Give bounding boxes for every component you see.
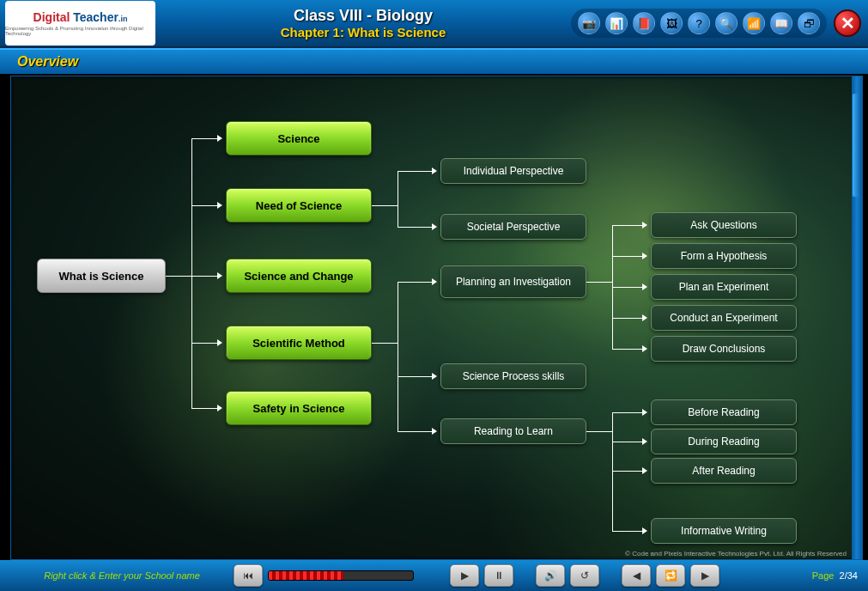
player-controls: ⏮ ▶ ⏸ 🔊 ↺ ◀ 🔁 ▶ — [234, 564, 812, 587]
node-draw-conclusions[interactable]: Draw Conclusions — [651, 336, 797, 362]
arrow-icon — [642, 438, 647, 445]
copyright-text: © Code and Pixels Interactive Technologi… — [625, 550, 847, 557]
replay-button[interactable]: ↺ — [570, 564, 599, 587]
node-before-reading[interactable]: Before Reading — [651, 399, 797, 425]
connector — [398, 227, 432, 228]
tool-search-icon[interactable]: 🔍 — [715, 12, 737, 34]
progress-bar[interactable] — [268, 570, 414, 581]
node-science-and-change[interactable]: Science and Change — [226, 259, 372, 293]
tool-image-icon[interactable]: 🖼 — [660, 12, 683, 34]
node-individual-perspective[interactable]: Individual Perspective — [440, 158, 586, 184]
node-societal-perspective[interactable]: Societal Perspective — [440, 214, 586, 240]
logo-tagline: Empowering Schools & Promoting Innovatio… — [5, 26, 155, 36]
arrow-icon — [642, 467, 647, 474]
connector — [612, 531, 642, 532]
connector — [612, 256, 642, 257]
connector — [372, 205, 398, 206]
content-area: What is Science Science Need of Science … — [10, 76, 863, 560]
connector — [398, 431, 432, 432]
pause-button[interactable]: ⏸ — [484, 564, 513, 587]
tool-help-icon[interactable]: ? — [688, 12, 710, 34]
tool-chart-icon[interactable]: 📊 — [605, 12, 628, 34]
connector — [586, 431, 612, 432]
node-root[interactable]: What is Science — [37, 259, 166, 293]
node-after-reading[interactable]: After Reading — [651, 458, 797, 484]
connector — [612, 471, 613, 531]
connector — [191, 138, 192, 408]
node-need-of-science[interactable]: Need of Science — [226, 188, 372, 222]
logo: Digital Teacher.in Empowering Schools & … — [5, 1, 155, 46]
next-button[interactable]: ▶ — [690, 564, 719, 587]
school-name-prompt[interactable]: Right click & Enter your School name — [10, 570, 234, 581]
connector — [586, 282, 612, 283]
arrow-icon — [642, 527, 647, 534]
node-safety-in-science[interactable]: Safety in Science — [226, 391, 372, 425]
tool-signal-icon[interactable]: 📶 — [743, 12, 765, 34]
connector — [612, 318, 642, 319]
arrow-icon — [642, 283, 647, 290]
connector — [612, 349, 642, 350]
node-form-hypothesis[interactable]: Form a Hypothesis — [651, 243, 797, 269]
volume-button[interactable]: 🔊 — [536, 564, 565, 587]
header-bar: Digital Teacher.in Empowering Schools & … — [0, 0, 868, 48]
arrow-icon — [432, 223, 437, 230]
arrow-icon — [642, 222, 647, 228]
connector — [191, 138, 217, 139]
connector — [612, 287, 642, 288]
connector — [612, 442, 642, 442]
close-icon: ✕ — [841, 13, 855, 34]
node-reading-to-learn[interactable]: Reading to Learn — [440, 418, 586, 444]
course-title: Class VIII - Biology — [155, 7, 571, 25]
arrow-icon — [642, 409, 647, 416]
arrow-icon — [642, 345, 647, 352]
arrow-icon — [217, 339, 222, 346]
scrollbar-thumb[interactable] — [853, 94, 861, 197]
vertical-scrollbar[interactable] — [852, 76, 862, 559]
node-conduct-experiment[interactable]: Conduct an Experiment — [651, 305, 797, 331]
connector — [166, 276, 191, 277]
connector — [191, 205, 217, 206]
loop-button[interactable]: 🔁 — [656, 564, 685, 587]
tool-window-icon[interactable]: 🗗 — [798, 12, 820, 34]
node-informative-writing[interactable]: Informative Writing — [651, 518, 797, 544]
arrow-icon — [217, 272, 222, 279]
connector — [191, 343, 217, 344]
arrow-icon — [642, 314, 647, 321]
section-title: Overview — [17, 54, 78, 70]
tool-notebook-icon[interactable]: 📖 — [770, 12, 792, 34]
connector — [398, 376, 432, 377]
arrow-icon — [217, 135, 222, 142]
tool-camera-icon[interactable]: 📷 — [578, 12, 600, 34]
node-planning-investigation[interactable]: Planning an Investigation — [440, 265, 586, 298]
play-button[interactable]: ▶ — [450, 564, 479, 587]
subheader: Overview — [0, 48, 868, 74]
connector — [398, 171, 398, 227]
connector — [612, 225, 642, 226]
page-indicator: Page 2/34 — [812, 570, 858, 581]
node-during-reading[interactable]: During Reading — [651, 429, 797, 454]
arrow-icon — [217, 202, 222, 209]
arrow-icon — [432, 168, 437, 174]
close-button[interactable]: ✕ — [834, 9, 861, 37]
chapter-title: Chapter 1: What is Science — [155, 25, 571, 40]
node-science-process-skills[interactable]: Science Process skills — [440, 363, 586, 389]
connector — [398, 171, 432, 172]
connector — [398, 282, 398, 431]
logo-text: Digital Teacher.in — [33, 10, 128, 24]
rewind-button[interactable]: ⏮ — [234, 564, 263, 587]
arrow-icon — [432, 278, 437, 285]
toolbar: 📷 📊 📕 🖼 ? 🔍 📶 📖 🗗 — [571, 9, 827, 38]
connector — [612, 412, 642, 413]
tool-book-icon[interactable]: 📕 — [633, 12, 655, 34]
arrow-icon — [432, 373, 437, 380]
arrow-icon — [432, 428, 437, 435]
connector — [191, 276, 217, 277]
prev-button[interactable]: ◀ — [622, 564, 651, 587]
connector — [612, 471, 642, 472]
node-plan-experiment[interactable]: Plan an Experiment — [651, 274, 797, 300]
node-ask-questions[interactable]: Ask Questions — [651, 212, 797, 238]
node-science[interactable]: Science — [226, 121, 372, 155]
progress-fill — [269, 571, 343, 580]
node-scientific-method[interactable]: Scientific Method — [226, 326, 372, 360]
title-block: Class VIII - Biology Chapter 1: What is … — [155, 7, 571, 40]
